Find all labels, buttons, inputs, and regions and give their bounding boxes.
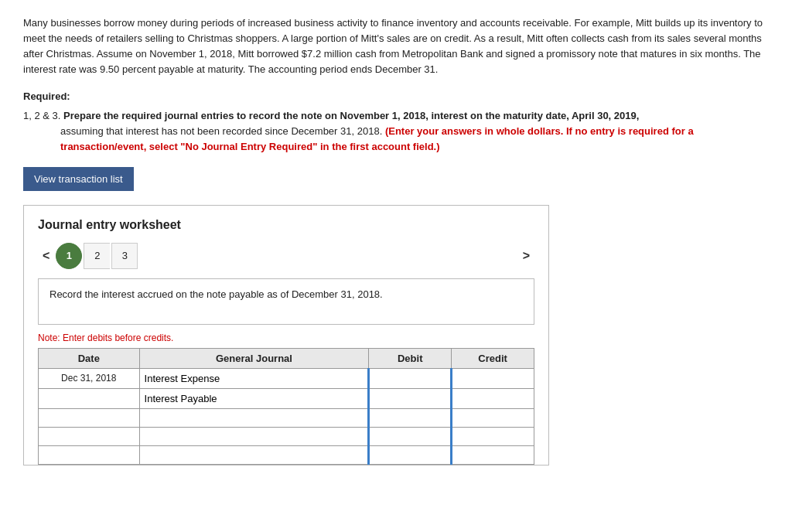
col-header-credit: Credit [452,348,534,368]
row2-debit[interactable] [369,388,452,408]
row1-account-input[interactable] [145,373,364,384]
row1-credit[interactable] [452,368,534,388]
debit-credit-note: Note: Enter debits before credits. [38,332,534,343]
row1-account[interactable] [139,368,369,388]
journal-entry-worksheet: Journal entry worksheet < 1 2 3 > Record… [23,205,549,466]
required-label: Required: [23,90,769,102]
row5-account-input[interactable] [145,449,364,461]
intro-paragraph: Many businesses borrow money during peri… [23,15,769,78]
tab-3[interactable]: 3 [111,243,138,269]
table-row [39,445,534,464]
tab-2[interactable]: 2 [84,243,110,269]
instructions-indent: assuming that interest has not been reco… [60,125,382,137]
col-header-date: Date [39,348,140,368]
tab-1[interactable]: 1 [56,243,82,269]
table-row [39,388,534,408]
col-header-debit: Debit [369,348,452,368]
instructions-main: Prepare the required journal entries to … [60,110,639,121]
entry-description: Record the interest accrued on the note … [38,278,534,325]
table-row [39,427,534,445]
row5-credit[interactable] [452,445,534,464]
row4-debit[interactable] [369,427,452,445]
table-row: Dec 31, 2018 [39,368,534,388]
instructions-prefix: 1, 2 & 3. [23,110,60,121]
journal-table: Date General Journal Debit Credit Dec 31… [38,348,534,465]
row5-account[interactable] [139,445,369,464]
row5-debit[interactable] [369,445,452,464]
row2-account[interactable] [139,388,369,408]
row2-date [39,388,140,408]
row3-account-input[interactable] [145,412,364,424]
row4-debit-input[interactable] [374,431,446,442]
row1-date: Dec 31, 2018 [39,368,140,388]
tab-navigation: < 1 2 3 > [38,243,534,269]
table-row [39,408,534,427]
row3-credit-input[interactable] [457,412,529,424]
row4-date [39,427,140,445]
row4-account[interactable] [139,427,369,445]
row2-debit-input[interactable] [374,393,446,404]
col-header-journal: General Journal [139,348,369,368]
row1-credit-input[interactable] [457,373,529,384]
row4-credit-input[interactable] [457,431,529,442]
row3-account[interactable] [139,408,369,427]
row5-credit-input[interactable] [457,449,529,461]
row5-date [39,445,140,464]
row3-debit-input[interactable] [374,412,446,424]
row2-credit[interactable] [452,388,534,408]
worksheet-title: Journal entry worksheet [38,218,534,232]
row2-credit-input[interactable] [457,393,529,404]
row3-debit[interactable] [369,408,452,427]
view-transaction-button[interactable]: View transaction list [23,167,134,191]
instructions-block: 1, 2 & 3. Prepare the required journal e… [23,108,769,155]
row1-debit[interactable] [369,368,452,388]
row4-account-input[interactable] [145,431,364,442]
row2-account-input[interactable] [145,393,364,404]
tab-next-arrow[interactable]: > [518,246,534,266]
row3-date [39,408,140,427]
tab-prev-arrow[interactable]: < [38,246,54,266]
row1-debit-input[interactable] [374,373,446,384]
row3-credit[interactable] [452,408,534,427]
row5-debit-input[interactable] [374,449,446,461]
row4-credit[interactable] [452,427,534,445]
